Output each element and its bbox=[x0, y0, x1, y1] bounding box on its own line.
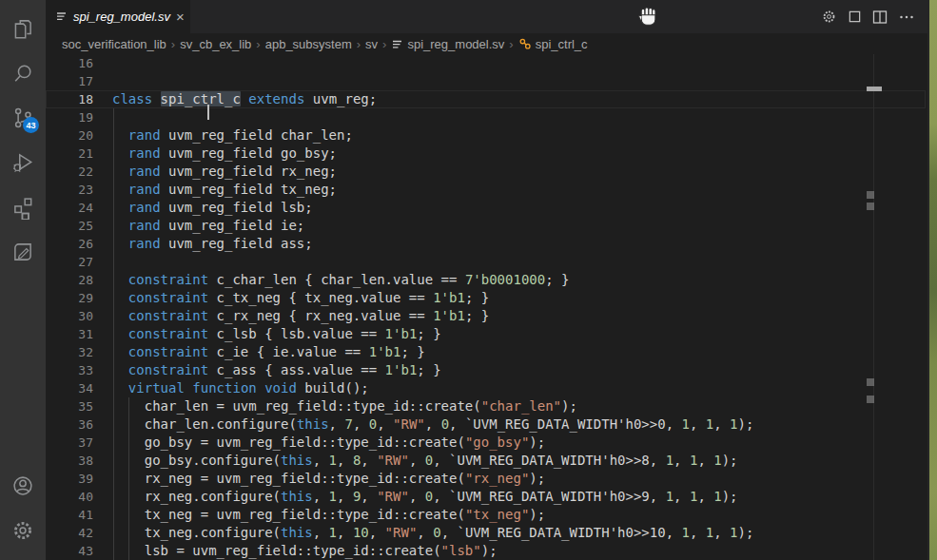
square-action-icon[interactable] bbox=[848, 10, 862, 24]
activity-item-source-control[interactable]: 43 bbox=[0, 95, 46, 140]
code-line[interactable]: 41 tx_neg = uvm_reg_field::type_id::crea… bbox=[46, 506, 929, 524]
file-icon bbox=[391, 38, 403, 50]
code-line[interactable]: 22 rand uvm_reg_field rx_neg; bbox=[46, 163, 929, 181]
line-number: 23 bbox=[46, 181, 93, 199]
breadcrumb-item[interactable]: spi_reg_model.sv bbox=[391, 37, 504, 51]
line-number: 25 bbox=[46, 217, 93, 235]
code-token: ; } bbox=[400, 344, 424, 359]
code-line[interactable]: 34 virtual function void build(); bbox=[46, 379, 929, 397]
breadcrumb-item[interactable]: sv bbox=[365, 37, 378, 51]
indent-guide bbox=[128, 397, 129, 415]
code-token: c_rx_neg { rx_neg.value == bbox=[208, 308, 433, 323]
code-line[interactable]: 24 rand uvm_reg_field lsb; bbox=[46, 199, 929, 217]
code-token: 1 bbox=[682, 525, 690, 540]
breadcrumb: soc_verification_lib›sv_cb_ex_lib›apb_su… bbox=[46, 33, 929, 54]
code-token bbox=[112, 218, 128, 233]
code-line[interactable]: 37 go_bsy = uvm_reg_field::type_id::crea… bbox=[46, 434, 929, 452]
overview-ruler-border bbox=[873, 54, 874, 560]
activity-item-explorer[interactable] bbox=[0, 6, 46, 50]
indent-guide bbox=[113, 397, 114, 415]
line-content: rand uvm_reg_field rx_neg; bbox=[112, 163, 337, 181]
code-token: ; } bbox=[417, 362, 440, 377]
code-line[interactable]: 26 rand uvm_reg_field ass; bbox=[46, 235, 929, 253]
code-token: uvm_reg; bbox=[304, 91, 377, 106]
code-token: ; } bbox=[465, 290, 489, 305]
activity-item-account[interactable] bbox=[0, 463, 46, 508]
code-token: , `UVM_REG_DATA_WIDTH'h0>>8, bbox=[433, 453, 665, 468]
line-content: constraint c_ie { ie.value == 1'b1; } bbox=[112, 343, 425, 361]
indent-guide bbox=[113, 108, 114, 126]
code-token: ); bbox=[722, 489, 738, 504]
pencil-square-icon bbox=[10, 240, 35, 264]
code-token: ; } bbox=[417, 326, 440, 341]
line-content: virtual function void build(); bbox=[112, 379, 369, 397]
code-token: , `UVM_REG_DATA_WIDTH'h0>>9, bbox=[433, 489, 665, 504]
code-token: go_bsy = uvm_reg_field::type_id::create( bbox=[112, 434, 465, 450]
code-line[interactable]: 23 rand uvm_reg_field tx_neg; bbox=[46, 181, 929, 199]
code-token: , bbox=[409, 453, 425, 468]
split-editor-icon[interactable] bbox=[872, 10, 888, 25]
code-token bbox=[112, 164, 128, 179]
code-line[interactable]: 43 lsb = uvm_reg_field::type_id::create(… bbox=[46, 542, 929, 560]
tab-close-icon[interactable]: × bbox=[176, 10, 185, 24]
line-number: 39 bbox=[46, 470, 93, 488]
code-line[interactable]: 19 bbox=[46, 108, 929, 126]
activity-item-search[interactable] bbox=[0, 50, 46, 95]
code-line[interactable]: 35 char_len = uvm_reg_field::type_id::cr… bbox=[46, 397, 929, 415]
code-token: ); bbox=[529, 471, 545, 486]
code-line[interactable]: 30 constraint c_rx_neg { rx_neg.value ==… bbox=[46, 307, 929, 325]
code-token: constraint bbox=[128, 362, 208, 377]
code-token: , bbox=[369, 525, 385, 540]
code-line[interactable]: 33 constraint c_ass { ass.value == 1'b1;… bbox=[46, 361, 929, 379]
line-number: 28 bbox=[46, 271, 93, 289]
files-icon bbox=[10, 16, 35, 41]
activity-item-pencil-extension[interactable] bbox=[0, 229, 46, 274]
code-line[interactable]: 16 bbox=[46, 54, 929, 72]
line-number: 21 bbox=[46, 145, 93, 163]
code-line[interactable]: 32 constraint c_ie { ie.value == 1'b1; } bbox=[46, 343, 929, 361]
code-line[interactable]: 40 rx_neg.configure(this, 1, 9, "RW", 0,… bbox=[46, 488, 929, 506]
tab-spi-reg-model[interactable]: spi_reg_model.sv × bbox=[46, 0, 190, 33]
breadcrumb-item[interactable]: apb_subsystem bbox=[265, 37, 352, 51]
code-line[interactable]: 18class spi_ctrl_c extends uvm_reg; bbox=[46, 90, 929, 108]
line-content: constraint c_tx_neg { tx_neg.value == 1'… bbox=[112, 289, 489, 307]
code-line[interactable]: 21 rand uvm_reg_field go_bsy; bbox=[46, 145, 929, 163]
activity-item-extensions[interactable] bbox=[0, 184, 46, 229]
code-line[interactable]: 42 tx_neg.configure(this, 1, 10, "RW", 0… bbox=[46, 524, 929, 542]
code-token: char_len = uvm_reg_field::type_id::creat… bbox=[112, 398, 481, 414]
code-line[interactable]: 38 go_bsy.configure(this, 1, 8, "RW", 0,… bbox=[46, 452, 929, 470]
activity-item-run-debug[interactable] bbox=[0, 140, 46, 184]
code-line[interactable]: 27 bbox=[46, 253, 929, 271]
code-line[interactable]: 31 constraint c_lsb { lsb.value == 1'b1;… bbox=[46, 325, 929, 343]
indent-guide bbox=[113, 415, 114, 434]
more-actions-icon[interactable] bbox=[898, 9, 915, 26]
code-token: 0 bbox=[433, 525, 440, 540]
code-line[interactable]: 39 rx_neg = uvm_reg_field::type_id::crea… bbox=[46, 470, 929, 488]
breadcrumb-item[interactable]: spi_ctrl_c bbox=[518, 37, 588, 51]
code-token: , `UVM_REG_DATA_WIDTH'h0>>10, bbox=[441, 525, 682, 540]
code-token: ); bbox=[529, 434, 545, 450]
code-token: uvm_reg_field ass; bbox=[161, 236, 313, 251]
code-line[interactable]: 20 rand uvm_reg_field char_len; bbox=[46, 126, 929, 145]
code-token bbox=[112, 362, 128, 377]
code-line[interactable]: 29 constraint c_tx_neg { tx_neg.value ==… bbox=[46, 289, 929, 307]
breadcrumb-item[interactable]: soc_verification_lib bbox=[62, 37, 166, 51]
indent-guide bbox=[113, 253, 114, 271]
code-token: 0 bbox=[425, 453, 433, 468]
line-number: 24 bbox=[46, 199, 93, 217]
code-line[interactable]: 28 constraint c_char_len { char_len.valu… bbox=[46, 271, 929, 289]
code-token: 1'b1 bbox=[433, 308, 465, 323]
activity-item-settings[interactable] bbox=[0, 508, 46, 552]
gear-action-icon[interactable] bbox=[821, 9, 837, 25]
code-token: c_char_len { char_len.value == bbox=[208, 272, 465, 287]
code-line[interactable]: 17 bbox=[46, 72, 929, 90]
code-editor[interactable]: 161718class spi_ctrl_c extends uvm_reg;1… bbox=[46, 54, 929, 560]
overview-ruler-occurrence-mark bbox=[867, 396, 874, 403]
breadcrumb-item[interactable]: sv_cb_ex_lib bbox=[180, 37, 251, 51]
code-token: "char_len" bbox=[481, 398, 561, 414]
code-line[interactable]: 36 char_len.configure(this, 7, 0, "RW", … bbox=[46, 415, 929, 434]
indent-guide bbox=[128, 542, 129, 560]
code-line[interactable]: 25 rand uvm_reg_field ie; bbox=[46, 217, 929, 235]
code-token: 1 bbox=[713, 453, 721, 468]
overview-ruler-occurrence-mark bbox=[867, 191, 874, 199]
